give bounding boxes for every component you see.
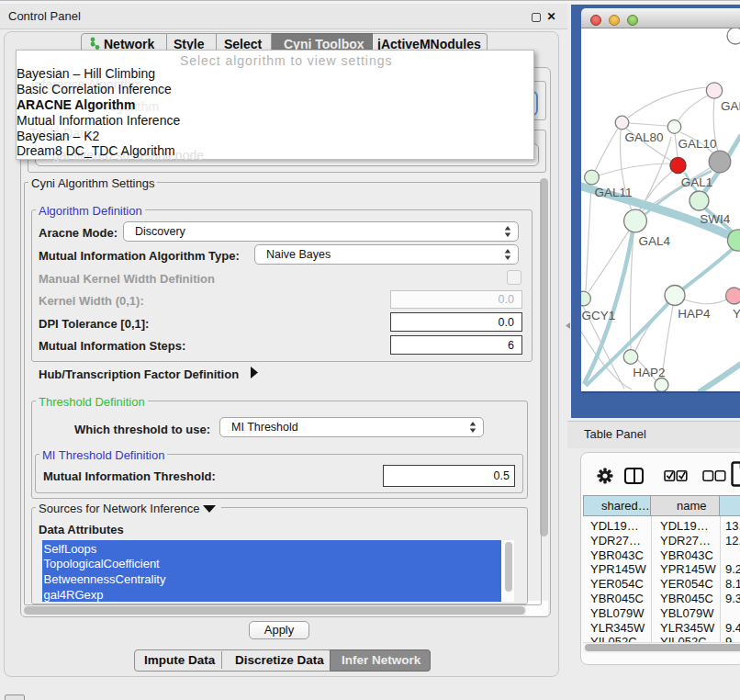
svg-text:GAL11: GAL11 bbox=[594, 186, 632, 199]
svg-text:GAL2: GAL2 bbox=[721, 99, 740, 113]
svg-text:HAP4: HAP4 bbox=[678, 307, 711, 321]
svg-text:YJ: YJ bbox=[733, 307, 740, 321]
svg-text:GAL80: GAL80 bbox=[624, 130, 663, 144]
svg-text:GAL1: GAL1 bbox=[681, 175, 713, 189]
svg-text:GAL10: GAL10 bbox=[678, 137, 716, 151]
svg-text:GCY1: GCY1 bbox=[582, 309, 616, 322]
svg-text:GAL4: GAL4 bbox=[638, 234, 670, 248]
svg-text:HAP2: HAP2 bbox=[633, 366, 665, 379]
svg-text:SWI4: SWI4 bbox=[700, 212, 730, 226]
